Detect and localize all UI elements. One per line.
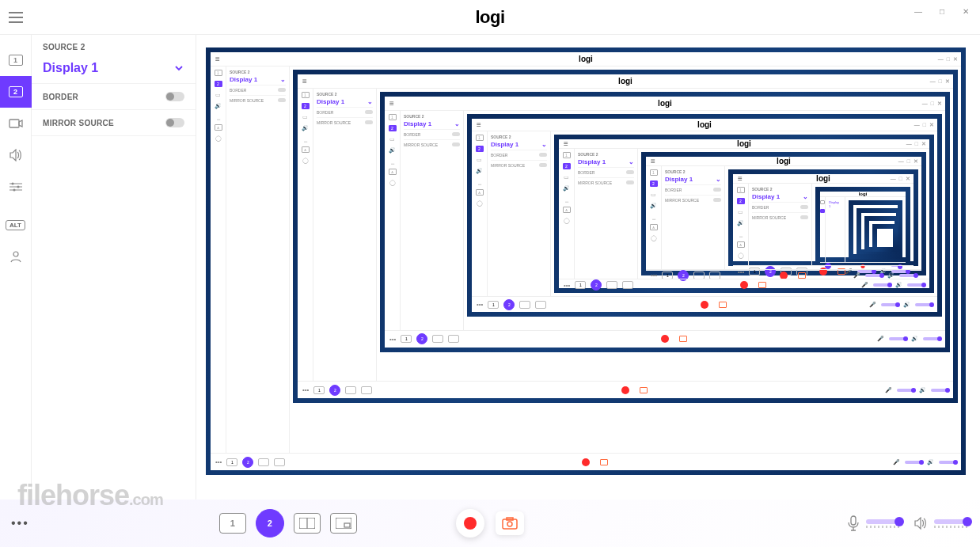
sliders-icon xyxy=(9,181,22,192)
svg-point-1 xyxy=(11,183,13,185)
audio-controls xyxy=(847,515,969,531)
mirror-row: MIRROR SOURCE xyxy=(32,110,196,136)
record-controls xyxy=(456,509,524,538)
title-bar: logi — □ ✕ xyxy=(0,0,980,35)
bottom-bar: ••• 1 2 xyxy=(0,500,980,547)
svg-point-4 xyxy=(13,252,18,256)
svg-rect-8 xyxy=(344,523,350,527)
speaker-icon xyxy=(9,149,23,161)
hamburger-menu[interactable] xyxy=(0,0,32,34)
microphone-icon[interactable] xyxy=(847,515,860,531)
maximize-button[interactable]: □ xyxy=(931,3,953,19)
more-menu[interactable]: ••• xyxy=(11,516,29,530)
speaker-level-meter xyxy=(934,526,969,528)
svg-point-2 xyxy=(17,186,19,188)
layout-pip-icon xyxy=(336,518,351,529)
svg-rect-9 xyxy=(503,519,517,529)
left-rail: 1 2 ALT xyxy=(0,35,32,500)
record-dot-icon xyxy=(464,517,477,530)
scene-switcher: 1 2 xyxy=(219,509,357,538)
svg-point-10 xyxy=(507,522,512,526)
close-button[interactable]: ✕ xyxy=(955,3,977,19)
rail-alt-shortcut[interactable]: ALT xyxy=(0,209,32,241)
mirror-toggle[interactable] xyxy=(165,118,184,127)
mic-level-meter xyxy=(866,526,901,528)
scene-4-button[interactable] xyxy=(330,513,357,534)
record-button[interactable] xyxy=(456,509,484,538)
rail-transitions[interactable] xyxy=(0,171,32,203)
layout-split-icon xyxy=(299,518,315,529)
rail-source-2[interactable]: 2 xyxy=(0,76,32,108)
user-icon xyxy=(9,250,22,263)
svg-point-3 xyxy=(13,189,15,192)
rail-camera[interactable] xyxy=(0,108,32,139)
border-row: BORDER xyxy=(32,84,196,110)
minimize-button[interactable]: — xyxy=(907,3,929,19)
svg-rect-12 xyxy=(851,516,856,525)
display-selector[interactable]: Display 1 xyxy=(32,53,196,84)
rail-profile[interactable] xyxy=(0,241,32,272)
speaker-slider[interactable] xyxy=(934,519,969,524)
border-toggle[interactable] xyxy=(165,92,184,101)
mic-slider[interactable] xyxy=(866,519,901,524)
app-logo: logi xyxy=(475,7,504,28)
display-preview[interactable]: ≡logi—□✕12▭🔊⎯A◯SOURCE 2Display 1⌄BORDERM… xyxy=(206,47,966,475)
chevron-down-icon xyxy=(173,63,184,74)
rail-audio[interactable] xyxy=(0,139,32,171)
scene-1-button[interactable]: 1 xyxy=(219,513,246,534)
svg-rect-0 xyxy=(9,120,19,127)
scene-2-button[interactable]: 2 xyxy=(256,509,284,538)
window-controls: — □ ✕ xyxy=(907,3,977,19)
camera-icon xyxy=(9,118,23,129)
main-area: 1 2 ALT SOURCE 2 Display 1 BORDER MIRROR xyxy=(0,35,980,500)
source-panel: SOURCE 2 Display 1 BORDER MIRROR SOURCE xyxy=(32,35,196,500)
rail-source-1[interactable]: 1 xyxy=(0,44,32,76)
source-label: SOURCE 2 xyxy=(43,43,85,51)
screenshot-button[interactable] xyxy=(496,511,524,535)
camera-snapshot-icon xyxy=(502,517,518,530)
scene-3-button[interactable] xyxy=(294,513,321,534)
preview-area: ≡logi—□✕12▭🔊⎯A◯SOURCE 2Display 1⌄BORDERM… xyxy=(196,35,980,500)
speaker-output-icon[interactable] xyxy=(914,517,928,530)
